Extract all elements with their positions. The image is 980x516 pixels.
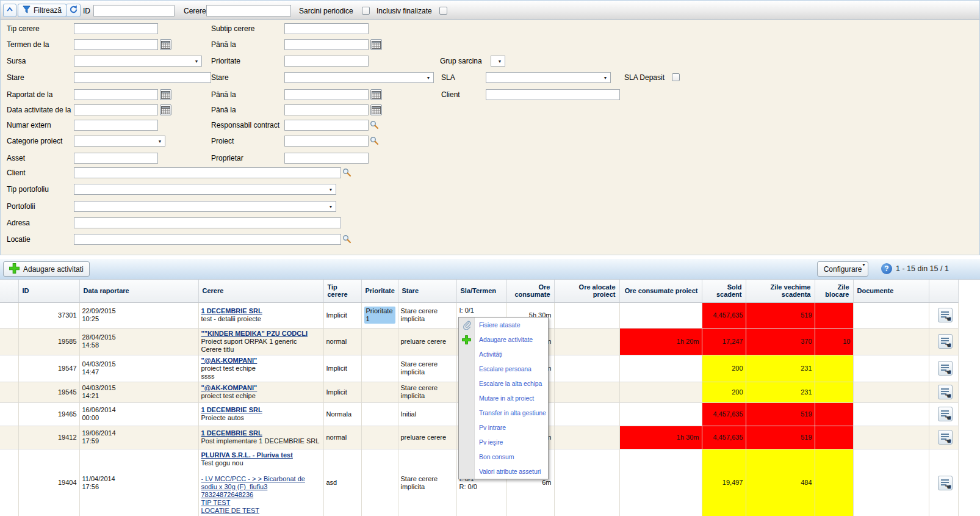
pana-la-3-input[interactable] xyxy=(284,104,369,115)
raportat-de-la-input[interactable] xyxy=(74,89,158,100)
refresh-button[interactable] xyxy=(66,4,81,17)
locatie-input[interactable] xyxy=(74,234,341,245)
pana-la-1-input[interactable] xyxy=(284,39,369,50)
pana-la-1-calendar-icon[interactable] xyxy=(370,39,382,50)
categorie-proiect-select[interactable]: ▼ xyxy=(74,136,165,147)
col-cerere[interactable]: Cerere xyxy=(198,280,323,302)
documents-icon[interactable]: ☚ xyxy=(938,385,953,399)
grup-sarcina-select[interactable]: ▼ xyxy=(491,56,505,67)
context-menu-item[interactable]: Transfer in alta gestiune xyxy=(459,405,548,420)
raportat-de-la-calendar-icon[interactable] xyxy=(160,89,171,100)
id-filter-input[interactable] xyxy=(93,5,175,16)
help-icon[interactable]: ? xyxy=(881,263,892,274)
col-sla-termen[interactable]: Sla/Termen xyxy=(456,280,506,302)
pana-la-2-input[interactable] xyxy=(284,89,369,100)
cell-date: 19/06/201417:59 xyxy=(79,426,198,449)
sla-select[interactable]: ▼ xyxy=(486,72,611,83)
col-stare[interactable]: Stare xyxy=(398,280,456,302)
doc-line xyxy=(941,365,949,366)
context-menu-item[interactable]: Fisiere atasate xyxy=(459,318,548,332)
client-wide-input[interactable] xyxy=(74,167,341,178)
request-description: Test gogu nou xyxy=(201,459,321,467)
documents-icon[interactable]: ☚ xyxy=(938,430,953,445)
sla-depasit-checkbox[interactable] xyxy=(672,73,680,81)
pana-la-3-calendar-icon[interactable] xyxy=(370,104,382,115)
context-menu-item[interactable]: Adaugare activitate xyxy=(459,332,548,347)
col-select xyxy=(0,280,18,302)
sursa-select[interactable]: ▼ xyxy=(74,56,202,67)
request-sub-link[interactable]: TIP TEST xyxy=(201,499,231,506)
proiect-input[interactable] xyxy=(284,136,369,147)
context-menu-item[interactable]: Escalare la alta echipa xyxy=(459,376,548,391)
sarcini-periodice-checkbox[interactable] xyxy=(362,7,370,15)
col-zile-vechime-scadenta[interactable]: Zile vechime scadenta xyxy=(746,280,815,302)
col-ore-consumate-proiect[interactable]: Ore consumate proiect xyxy=(619,280,702,302)
context-menu-item[interactable]: Pv ieşire xyxy=(459,435,548,449)
cerere-filter-input[interactable] xyxy=(206,5,291,16)
context-menu-item-label: Escalare la alta echipa xyxy=(479,380,542,387)
tip-portofoliu-select[interactable]: ▼ xyxy=(74,184,336,195)
documents-icon[interactable]: ☚ xyxy=(938,476,953,490)
request-link[interactable]: PLURIVA S.R.L. - Pluriva test xyxy=(201,451,293,459)
request-link[interactable]: "@AK-KOMPANI" xyxy=(201,357,258,364)
responsabil-contract-input[interactable] xyxy=(284,120,369,131)
prioritate-filter-input[interactable] xyxy=(284,56,369,67)
data-activitate-calendar-icon[interactable] xyxy=(160,104,171,115)
col-data-raportare[interactable]: Data raportare xyxy=(79,280,198,302)
col-ore-consumate[interactable]: Ore consumate xyxy=(506,280,554,302)
cell-stare: Stare cerere implicita xyxy=(398,355,456,382)
documents-icon[interactable]: ☚ xyxy=(938,308,953,322)
col-id[interactable]: ID xyxy=(18,280,79,302)
request-link[interactable]: ""KINDER MEDIKA" PZU CODCLI xyxy=(201,330,308,337)
context-menu-item[interactable]: Bon consum xyxy=(459,449,548,464)
context-menu-item[interactable]: Mutare in alt proiect xyxy=(459,391,548,405)
locatie-search-icon[interactable] xyxy=(342,234,352,244)
request-link[interactable]: 1 DECEMBRIE SRL xyxy=(201,406,262,413)
data-activitate-input[interactable] xyxy=(74,104,158,115)
context-menu-item[interactable]: Escalare persoana xyxy=(459,362,548,376)
termen-de-la-input[interactable] xyxy=(74,39,158,50)
termen-de-la-calendar-icon[interactable] xyxy=(160,39,171,50)
stare-select[interactable]: ▼ xyxy=(284,72,434,83)
stare-input[interactable] xyxy=(74,72,211,83)
col-prioritate[interactable]: Prioritate xyxy=(361,280,398,302)
inclusiv-finalizate-checkbox[interactable] xyxy=(439,7,447,15)
configure-label: Configurare xyxy=(824,265,862,274)
subtip-cerere-input[interactable] xyxy=(284,23,369,34)
proiect-search-icon[interactable] xyxy=(370,136,380,146)
pana-la-2-calendar-icon[interactable] xyxy=(370,89,382,100)
cell-doc-action: ☚ xyxy=(929,382,958,402)
context-menu-item[interactable]: Valori atribute asseturi xyxy=(459,464,548,479)
col-tip-cerere[interactable]: Tip cerere xyxy=(323,280,361,302)
configure-button[interactable]: Configurare ▼ xyxy=(817,261,868,277)
tip-cerere-input[interactable] xyxy=(74,23,158,34)
col-sold-scadent[interactable]: Sold scadent xyxy=(702,280,746,302)
proprietar-input[interactable] xyxy=(284,153,369,164)
filter-button[interactable]: Filtrează xyxy=(18,4,67,17)
documents-icon[interactable]: ☚ xyxy=(938,334,953,349)
asset-input[interactable] xyxy=(74,153,158,164)
portofolii-select[interactable]: ▼ xyxy=(74,201,336,212)
request-sub-link[interactable]: - LV MCC/PCC - > > Bicarbonat de sodiu x… xyxy=(201,475,305,498)
responsabil-contract-search-icon[interactable] xyxy=(370,120,380,130)
request-link[interactable]: "@AK-KOMPANI" xyxy=(201,384,258,391)
request-link[interactable]: 1 DECEMBRIE SRL xyxy=(201,307,262,314)
cell-doc-action: ☚ xyxy=(929,449,958,516)
client-search-icon[interactable] xyxy=(342,168,352,178)
collapse-panel-button[interactable] xyxy=(3,4,16,17)
request-link[interactable]: 1 DECEMBRIE SRL xyxy=(201,429,262,437)
context-menu-item[interactable]: Pv intrare xyxy=(459,420,548,435)
documents-icon[interactable]: ☚ xyxy=(938,361,953,376)
documents-icon[interactable]: ☚ xyxy=(938,407,953,421)
col-ore-alocate-proiect[interactable]: Ore alocate proiect xyxy=(554,280,619,302)
adresa-input[interactable] xyxy=(74,217,341,228)
cell-documente xyxy=(853,302,929,328)
col-zile-blocare[interactable]: Zile blocare xyxy=(815,280,853,302)
context-menu-item[interactable]: Activități xyxy=(459,347,548,362)
paperclip-icon xyxy=(462,320,472,330)
request-sub-link[interactable]: LOCATIE DE TEST xyxy=(201,507,260,514)
numar-extern-input[interactable] xyxy=(74,120,158,131)
col-documente[interactable]: Documente xyxy=(853,280,929,302)
client-right-input[interactable] xyxy=(486,89,620,100)
add-activity-button[interactable]: Adaugare activitati xyxy=(3,261,90,277)
